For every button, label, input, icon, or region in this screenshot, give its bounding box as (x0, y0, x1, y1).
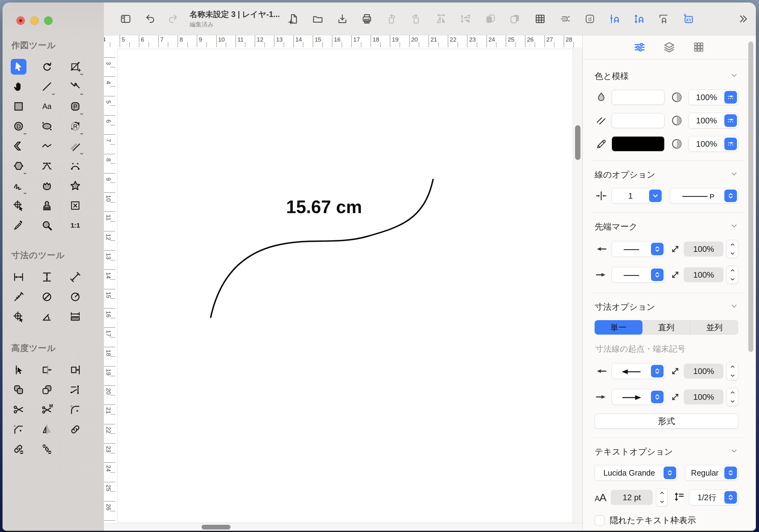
dim-horizontal-tool[interactable] (11, 269, 26, 285)
actual-size-tool[interactable]: 1:1 (67, 217, 83, 233)
line-height-value[interactable]: 1/2行 (689, 492, 724, 503)
dim-start-dropdown[interactable] (612, 363, 665, 379)
polygon-tool[interactable]: ⌄ (11, 158, 26, 174)
pattern-opacity-field[interactable]: 100% (689, 113, 738, 129)
blob-tool[interactable] (39, 178, 55, 194)
format-button[interactable]: 形式 (595, 414, 738, 429)
dash-style-stepper[interactable] (724, 190, 737, 202)
dim-diagonal-tool[interactable] (67, 269, 83, 285)
dim-angle-tool[interactable] (39, 309, 55, 324)
link-tool[interactable] (67, 422, 83, 437)
rectangle-tool[interactable] (11, 98, 26, 114)
font-size-value[interactable]: 12 pt (622, 493, 641, 502)
dim-end-scale-field[interactable]: 100% (684, 389, 723, 404)
stroke-swatch[interactable] (612, 136, 664, 151)
end-mark-scale-field[interactable]: 100% (684, 267, 723, 283)
p-shape-tool[interactable]: P⌄ (67, 98, 83, 114)
table-button[interactable] (534, 13, 546, 25)
collapse-chevron-icon[interactable] (730, 170, 738, 180)
polyline-tool[interactable]: ⌄ (67, 79, 83, 95)
import-button[interactable] (336, 13, 348, 25)
snap-x-button[interactable] (609, 13, 620, 25)
stroke-opacity-value[interactable]: 100% (689, 139, 724, 149)
font-size-field[interactable]: 12 pt (611, 490, 653, 505)
ellipse-tool[interactable] (39, 118, 55, 134)
line-width-dropdown-button[interactable] (649, 190, 662, 202)
flyout-chevron-icon[interactable]: ⌄ (79, 110, 85, 115)
dim-center-tool[interactable] (11, 309, 26, 324)
chamfer-tool[interactable] (11, 422, 26, 437)
scribble-tool[interactable]: ⌄ (11, 178, 26, 194)
stroke-opacity-field[interactable]: 100% (689, 136, 738, 152)
tab-layers[interactable] (662, 41, 676, 54)
snap-y-button[interactable] (633, 13, 645, 25)
close-button[interactable] (17, 17, 25, 25)
scale-link-icon[interactable] (669, 269, 682, 281)
text-tool[interactable]: Aa (39, 98, 55, 114)
dim-start-scale-value[interactable]: 100% (693, 366, 714, 376)
cut-multi-tool[interactable]: M (39, 402, 55, 417)
tab-library[interactable] (692, 41, 705, 54)
end-mark-scale-value[interactable]: 100% (693, 270, 714, 280)
page-setup-button[interactable] (287, 13, 299, 25)
fill-opacity-slider-button[interactable] (724, 91, 737, 103)
chevron-shape-tool[interactable] (11, 138, 26, 154)
flyout-chevron-icon[interactable]: ⌄ (79, 71, 85, 76)
more-tools-button[interactable] (737, 13, 749, 25)
print-button[interactable] (361, 13, 373, 25)
bezier-tool[interactable] (39, 158, 55, 174)
dim-start-scale-stepper[interactable] (727, 362, 738, 380)
dimension-label[interactable]: 15.67 cm (282, 196, 367, 217)
font-weight-dropdown[interactable]: Regular (685, 465, 738, 481)
dim-vertical-tool[interactable] (39, 269, 55, 285)
fill-opacity-value[interactable]: 100% (689, 93, 724, 102)
line-width-combo[interactable]: 1 (612, 188, 663, 204)
end-mark-scale-stepper[interactable] (727, 266, 738, 284)
tab-style[interactable] (633, 41, 646, 54)
extend-left-tool[interactable] (39, 362, 55, 378)
fill-opacity-field[interactable]: 100% (689, 90, 738, 105)
line-height-dropdown[interactable]: 1/2行 (689, 489, 738, 505)
unlink-all-tool[interactable] (39, 441, 55, 457)
stroke-opacity-slider-button[interactable] (724, 137, 737, 150)
dim-start-stepper[interactable] (651, 365, 663, 377)
canvas-horizontal-scroll-thumb[interactable] (202, 525, 230, 529)
dim-start-scale-field[interactable]: 100% (684, 363, 723, 379)
sidebar-toggle[interactable] (120, 13, 132, 25)
stamp-tool[interactable] (39, 198, 55, 213)
snap-object-button[interactable] (658, 13, 669, 25)
mirror-tool[interactable] (39, 422, 55, 437)
d-circle-tool[interactable]: D⌄ (11, 118, 26, 134)
dim-end-stepper[interactable] (651, 391, 663, 403)
canvas-horizontal-scrollbar[interactable] (104, 523, 582, 531)
canvas-vertical-scroll-thumb[interactable] (575, 125, 580, 160)
start-mark-scale-field[interactable]: 100% (684, 242, 723, 256)
coordinates-button[interactable]: XY (683, 13, 695, 25)
open-button[interactable] (312, 13, 324, 25)
snap-point-tool[interactable] (11, 198, 26, 213)
start-mark-scale-value[interactable]: 100% (693, 244, 714, 254)
start-mark-dropdown[interactable] (612, 241, 665, 257)
marker-tool[interactable]: ⌄ (67, 138, 83, 154)
dimension-style-button[interactable]: d (584, 13, 596, 25)
minimize-button[interactable] (30, 17, 39, 25)
drawing-canvas[interactable]: 15.67 cm (115, 47, 573, 523)
dim-end-scale-stepper[interactable] (727, 388, 738, 406)
eyedropper-tool[interactable] (11, 217, 26, 233)
bezier-curve-shape[interactable] (115, 47, 573, 523)
start-mark-stepper[interactable] (651, 243, 663, 255)
arc-tool[interactable] (67, 158, 83, 174)
font-weight-stepper[interactable] (724, 467, 737, 479)
flyout-chevron-icon[interactable]: ⌄ (79, 130, 85, 135)
fillet-tool[interactable] (67, 402, 83, 417)
line-width-value[interactable]: 1 (612, 191, 649, 201)
select-tool[interactable] (11, 59, 26, 75)
font-family-stepper[interactable] (663, 467, 676, 479)
undo-button[interactable] (144, 13, 156, 25)
scale-link-icon[interactable] (669, 391, 682, 403)
dim-radius-tool[interactable] (67, 289, 83, 305)
segment-単一[interactable]: 単一 (595, 320, 643, 335)
dim-diameter-tool[interactable] (39, 289, 55, 305)
end-mark-stepper[interactable] (651, 269, 663, 281)
collapse-chevron-icon[interactable] (730, 71, 738, 82)
